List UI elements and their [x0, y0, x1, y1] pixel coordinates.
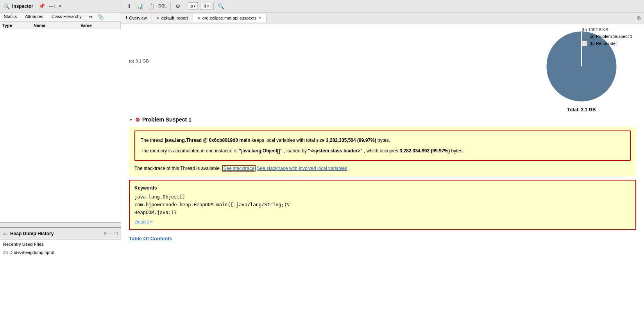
inspector-pin-icon[interactable]: 📎 — [96, 13, 106, 21]
loader-bold: "<system class loader>" — [308, 148, 362, 154]
db-icon: 🗄 — [202, 4, 206, 9]
tab-default-report[interactable]: ▶ default_report — [152, 14, 193, 22]
bar-chart-icon[interactable]: 📊 — [135, 2, 145, 11]
tab-suspects-close[interactable]: ✕ — [258, 16, 261, 20]
keywords-box: Keywords java.lang.Object[] com.bjpowern… — [129, 180, 636, 230]
heap-dump-maximize[interactable]: □ — [115, 231, 118, 236]
inspector-close-button[interactable]: — □ ✕ — [49, 4, 62, 9]
stacktrace-line: The stacktrace of this Thread is availab… — [134, 165, 631, 172]
pin-icon[interactable]: 📌 — [39, 3, 45, 9]
toc-section: Table Of Contents — [129, 236, 636, 241]
dropdown-arrow2: ▾ — [207, 4, 209, 8]
tab-class-hierarchy[interactable]: Class Hierarchy — [47, 13, 86, 21]
size-bold: 3,282,335,504 (99.97%) — [326, 138, 376, 143]
inspector-title-bar: 🔍 Inspector 📌 — □ ✕ — [0, 0, 121, 13]
inspector-toolbar-icons: 📌 — [36, 3, 45, 9]
tabs-row: ℹ Overview ▶ default_report ▶ org.eclips… — [121, 13, 644, 23]
chart-total-label: Total: 3.1 GB — [567, 107, 596, 113]
heap-dump-minimize[interactable]: — — [109, 231, 113, 236]
col-name-header: Name — [31, 22, 78, 29]
description-1: The thread java.lang.Thread @ 0x6cb8019d… — [141, 137, 624, 144]
content-scroll[interactable]: (a) 3.1 GB Total: 3.1 GB (b) 1002.6 KB (… — [121, 23, 644, 311]
tab-suspects-label: org.eclipse.mat.api:suspects — [202, 16, 257, 20]
legend-item-a: (a) Problem Suspect 1 — [582, 34, 632, 39]
oql-icon[interactable]: OQL — [157, 2, 168, 11]
chart-legend: (b) 1002.6 KB (a) Problem Suspect 1 (b) … — [582, 27, 632, 48]
tab-suspects-icon: ▶ — [198, 16, 201, 20]
file-icon: 🗃 — [3, 250, 8, 255]
tab-statics[interactable]: Statics — [0, 13, 21, 21]
size-label-right: (b) 1002.6 KB — [582, 27, 632, 32]
main-window-restore[interactable]: ⧉ — [637, 15, 641, 21]
problem-suspect-section: ▼ ⊗ Problem Suspect 1 The thread java.la… — [129, 116, 636, 230]
legend-item-b: (b) Remainder — [582, 41, 632, 46]
info-icon[interactable]: ℹ — [124, 2, 134, 11]
file-path: D:\dev\heapdump.hprof — [9, 250, 54, 255]
toolbar-sep-1 — [170, 2, 171, 10]
file-entry[interactable]: 🗃 D:\dev\heapdump.hprof — [0, 249, 121, 256]
info-box: The thread java.lang.Thread @ 0x6cb8019d… — [134, 130, 631, 161]
gear-icon[interactable]: ⚙ — [173, 2, 182, 11]
see-stacktrace-link[interactable]: See stacktrace — [222, 165, 256, 172]
class-histogram-icon[interactable]: 📋 — [146, 2, 156, 11]
inspector-title: Inspector — [12, 4, 33, 9]
description-2: The memory is accumulated in one instanc… — [141, 147, 624, 155]
legend-color-a — [582, 34, 587, 39]
tab-overview-label: Overview — [129, 16, 147, 20]
db-dropdown[interactable]: 🗄 ▾ — [200, 3, 211, 10]
size-label-left: (a) 3.1 GB — [129, 27, 152, 63]
heap-dump-icon: 🗂 — [3, 231, 8, 236]
tab-default-report-icon: ▶ — [157, 16, 160, 20]
object-bold: "java.lang.Object[]" — [239, 148, 282, 154]
legend-color-b — [582, 41, 587, 46]
keyword-line-3: HeapOOM.java:17 — [134, 209, 631, 216]
problem-suspect-title: Problem Suspect 1 — [142, 116, 191, 123]
tab-default-report-label: default_report — [161, 16, 188, 20]
keyword-line-1: java.lang.Object[] — [134, 193, 631, 201]
inspector-icon: 🔍 — [3, 3, 10, 9]
heap-dump-title: Heap Dump History — [10, 231, 54, 236]
search-icon[interactable]: 🔍 — [216, 2, 225, 11]
main-toolbar: ℹ 📊 📋 OQL ⚙ ⊞ ▾ 🗄 ▾ 🔍 — [121, 0, 644, 13]
see-stacktrace-involved-link[interactable]: See stacktrace with involved local varia… — [257, 166, 347, 171]
heap-dump-controls: ✕ — □ — [103, 231, 118, 236]
inspector-scrollbar[interactable] — [0, 222, 121, 227]
tab-attributes[interactable]: Attributes — [21, 13, 47, 21]
recently-used-label: Recently Used Files — [0, 240, 121, 249]
col-value-header: Value — [78, 22, 121, 29]
keyword-line-2: com.bjpowernode.heap.HeapOOM.main([Ljava… — [134, 201, 631, 209]
collapse-arrow[interactable]: ▼ — [129, 118, 133, 122]
col-type-header: Type — [0, 22, 31, 29]
heap-dump-title-bar: 🗂 Heap Dump History ✕ — □ — [0, 228, 121, 240]
toolbar-sep-3 — [213, 2, 214, 10]
section-header: ▼ ⊗ Problem Suspect 1 — [129, 116, 636, 123]
tab-suspects[interactable]: ▶ org.eclipse.mat.api:suspects ✕ — [193, 14, 267, 22]
tab-overflow[interactable]: »₁ — [86, 13, 95, 21]
layout-icon: ⊞ — [190, 4, 193, 9]
inspector-tabs: Statics Attributes Class Hierarchy »₁ 📎 — [0, 13, 121, 22]
keywords-text: java.lang.Object[] com.bjpowernode.heap.… — [134, 193, 631, 217]
content-area: (a) 3.1 GB Total: 3.1 GB (b) 1002.6 KB (… — [121, 23, 644, 311]
toolbar-sep-2 — [185, 2, 185, 10]
keywords-title: Keywords — [134, 185, 631, 191]
dropdown-arrow: ▾ — [194, 4, 196, 8]
legend-label-b: (b) Remainder — [590, 41, 617, 46]
heap-dump-panel: 🗂 Heap Dump History ✕ — □ Recently Used … — [0, 227, 121, 311]
thread-bold: java.lang.Thread @ 0x6cb8019d0 main — [165, 138, 250, 143]
inspector-table: Type Name Value — [0, 22, 121, 222]
error-icon: ⊗ — [135, 116, 140, 123]
tab-overview[interactable]: ℹ Overview — [121, 14, 152, 22]
legend-label-a: (a) Problem Suspect 1 — [590, 34, 632, 39]
main-area: ℹ 📊 📋 OQL ⚙ ⊞ ▾ 🗄 ▾ 🔍 ℹ Overview ▶ defau… — [121, 0, 644, 311]
keywords-details-link[interactable]: Details » — [134, 219, 631, 225]
toc-link[interactable]: Table Of Contents — [129, 236, 172, 241]
layout-dropdown[interactable]: ⊞ ▾ — [188, 2, 198, 10]
inspector-panel: 🔍 Inspector 📌 — □ ✕ Statics Attributes C… — [0, 0, 121, 311]
inspector-table-header: Type Name Value — [0, 22, 121, 29]
size2-bold: 3,282,334,992 (99.97%) — [399, 148, 450, 154]
tab-overview-icon: ℹ — [126, 16, 127, 20]
heap-dump-close-x[interactable]: ✕ — [103, 231, 107, 236]
